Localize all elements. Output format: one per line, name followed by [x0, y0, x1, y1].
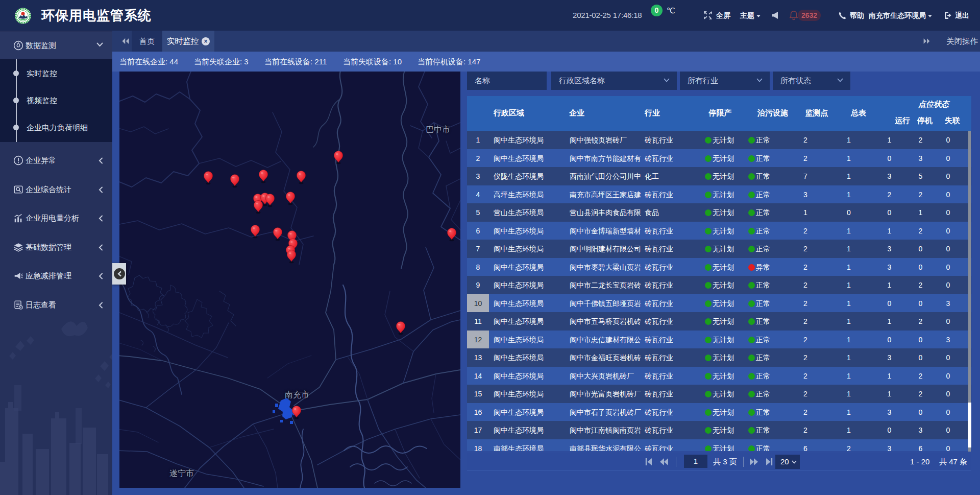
table-row[interactable]: 1阆中生态环境局阆中强锐页岩砖厂砖瓦行业无计划正常21120: [467, 131, 971, 149]
pager-first-icon[interactable]: [644, 458, 653, 466]
organization-dropdown[interactable]: 南充市生态环境局: [869, 0, 932, 31]
table-row[interactable]: 3仪陇生态环境局西南油气田分公司川中化工无计划正常71350: [467, 167, 971, 185]
tab-close-icon[interactable]: ×: [202, 37, 210, 45]
bullet-dot-icon: [13, 125, 19, 130]
row-number: 13: [467, 348, 489, 367]
cell-stop: 0: [909, 294, 932, 313]
status-dot-green: [705, 246, 712, 252]
close-operations-button[interactable]: 关闭操作: [946, 31, 978, 52]
theme-dropdown[interactable]: 主题: [740, 0, 761, 31]
announcement-toggle[interactable]: [770, 0, 782, 31]
tab-home[interactable]: 首页: [132, 31, 162, 52]
cell-company: 阆中市金福旺页岩机砖: [570, 348, 643, 367]
cell-industry: 砖瓦行业: [645, 421, 700, 439]
table-row[interactable]: 15阆中生态环境局阆中市光富页岩机砖厂砖瓦行业无计划正常21120: [467, 385, 971, 403]
tabs-scroll-right-icon[interactable]: [922, 37, 932, 45]
bullet-dot-icon: [13, 70, 19, 76]
status-dot-green: [748, 445, 755, 452]
table-row[interactable]: 16阆中生态环境局阆中市石子页岩机砖厂砖瓦行业无计划正常21300: [467, 403, 971, 421]
table-row[interactable]: 10阆中生态环境局阆中千佛镇五郎垭页岩砖瓦行业无计划正常21003: [467, 294, 971, 313]
table-row[interactable]: 11阆中生态环境局阆中市五马桥页岩机砖砖瓦行业无计划正常21120: [467, 312, 971, 331]
cell-region: 南部生态环境局: [494, 439, 564, 452]
cell-monitor: 2: [788, 348, 823, 367]
cell-meter: 1: [831, 258, 867, 276]
stat-value: 44: [169, 57, 178, 66]
sidebar-subitem-3[interactable]: 企业电力负荷明细: [0, 117, 112, 138]
stat-label: 当前在线企业:: [119, 57, 169, 66]
cell-meter: 1: [831, 149, 867, 168]
page-size-select[interactable]: 20: [775, 455, 800, 469]
sidebar-item-label: 日志查看: [26, 291, 56, 319]
chevron-left-icon: [99, 186, 103, 193]
cell-meter: 1: [831, 240, 867, 258]
sidebar-subitem-1[interactable]: 实时监控: [0, 63, 112, 84]
cell-industry: 砖瓦行业: [645, 222, 700, 240]
table-row[interactable]: 12阆中生态环境局阆中市忠信建材有限公砖瓦行业无计划正常21003: [467, 331, 971, 349]
industry-filter-select[interactable]: 所有行业: [680, 72, 770, 90]
table-row[interactable]: 5营山生态环境局营山县润丰肉食品有限食品无计划正常10010: [467, 203, 971, 222]
sidebar-subitem-2[interactable]: 视频监控: [0, 90, 112, 111]
table-row[interactable]: 6阆中生态环境局阆中市金博瑞新型墙材砖瓦行业无计划正常21120: [467, 222, 971, 240]
sidebar: 数据监测 实时监控视频监控企业电力负荷明细 企业异常 企业综合统计 企业用电量分…: [0, 31, 112, 495]
notification-count-badge[interactable]: 2632: [798, 10, 821, 21]
fullscreen-button[interactable]: 全屏: [703, 0, 730, 31]
pager-prev-icon[interactable]: [659, 458, 669, 466]
pager-last-icon[interactable]: [765, 458, 774, 466]
phone-icon: [838, 11, 847, 20]
table-row[interactable]: 17阆中生态环境局阆中市江南镇阆南页岩砖瓦行业无计划正常21030: [467, 421, 971, 439]
cell-stop: 0: [909, 403, 932, 421]
table-row[interactable]: 2阆中生态环境局阆中市南方节能建材有砖瓦行业无计划正常21030: [467, 149, 971, 168]
logout-button[interactable]: 退出: [943, 0, 969, 31]
map-area[interactable]: 巴中市南充市遂宁市: [119, 72, 460, 488]
status-dot-green: [705, 427, 712, 434]
table-row[interactable]: 9阆中生态环境局阆中市二龙长宝页岩砖砖瓦行业无计划正常21120: [467, 276, 971, 294]
sidebar-item-3[interactable]: 企业用电量分析: [0, 204, 112, 232]
cell-facility: 正常: [735, 276, 783, 294]
page-number-input[interactable]: 1: [684, 455, 707, 468]
row-number: 4: [467, 185, 489, 204]
table-row[interactable]: 8阆中生态环境局阆中市枣碧大梁山页岩砖瓦行业无计划异常21300: [467, 258, 971, 276]
speaker-icon: [770, 11, 779, 20]
tab-realtime-monitor[interactable]: 实时监控×: [162, 31, 214, 52]
sidebar-item-6[interactable]: 日志查看: [0, 291, 112, 319]
table-row[interactable]: 7阆中生态环境局阆中明阳建材有限公司砖瓦行业无计划正常21300: [467, 240, 971, 258]
pager-next-icon[interactable]: [749, 458, 758, 466]
sidebar-item-1[interactable]: 企业异常: [0, 146, 112, 175]
name-filter-input[interactable]: 名称: [467, 72, 547, 90]
fullscreen-icon: [703, 10, 713, 20]
status-dot-green: [705, 228, 712, 234]
col-header-industry: 行业: [645, 108, 660, 118]
status-filter-select[interactable]: 所有状态: [773, 72, 850, 90]
map-collapse-button[interactable]: [112, 263, 126, 285]
chart-icon: [13, 213, 23, 223]
cell-stop: 2: [909, 185, 932, 204]
cell-facility: 正常: [735, 439, 783, 452]
sidebar-group-data-monitor[interactable]: 数据监测: [0, 32, 112, 59]
cell-lost: 0: [934, 276, 962, 294]
cell-company: 阆中市二龙长宝页岩砖: [570, 276, 643, 294]
sidebar-item-5[interactable]: 应急减排管理: [0, 262, 112, 290]
pager-separator: [743, 457, 744, 467]
cell-lost: 3: [934, 331, 962, 349]
sidebar-item-2[interactable]: 企业综合统计: [0, 175, 112, 204]
cell-stop: 2: [909, 276, 932, 294]
region-filter-select[interactable]: 行政区域名称: [551, 72, 677, 90]
tabs-scroll-left-icon[interactable]: [120, 36, 131, 46]
map-city-label: 巴中市: [426, 125, 450, 135]
table-row[interactable]: 14阆中生态环境局阆中大兴页岩机砖厂砖瓦行业无计划正常21120: [467, 367, 971, 385]
stat-item-1: 当前在线企业: 44: [119, 52, 178, 72]
cell-region: 阆中生态环境局: [494, 294, 564, 313]
table-scrollbar-thumb[interactable]: [968, 403, 971, 447]
cell-facility: 正常: [735, 149, 783, 168]
col-header-company: 企业: [569, 108, 584, 118]
sidebar-item-4[interactable]: 基础数据管理: [0, 233, 112, 262]
table-row[interactable]: 4高坪生态环境局南充市高坪区王家店建砖瓦行业无计划正常31220: [467, 185, 971, 204]
table-row[interactable]: 13阆中生态环境局阆中市金福旺页岩机砖砖瓦行业无计划正常21300: [467, 348, 971, 367]
help-button[interactable]: 帮助: [838, 0, 864, 31]
cell-region: 高坪生态环境局: [494, 185, 564, 204]
cell-industry: 砖瓦行业: [645, 131, 700, 149]
bullet-dot-icon: [13, 98, 19, 103]
total-pages-label: 共 3 页: [713, 453, 737, 470]
table-row[interactable]: 18南部生态环境局南部县珉华水泥有限公砖瓦行业无计划正常62360: [467, 439, 971, 452]
status-dot-green: [748, 209, 755, 216]
